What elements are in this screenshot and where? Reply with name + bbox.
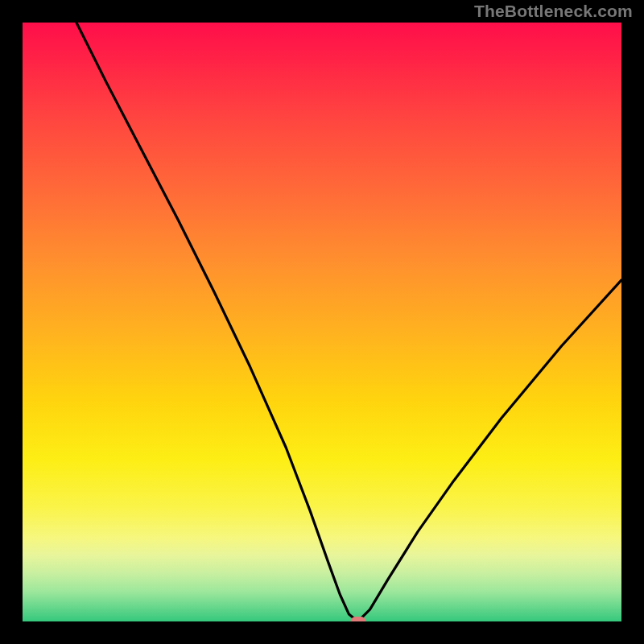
- bottleneck-curve: [23, 23, 621, 621]
- chart-frame: TheBottleneck.com: [0, 0, 644, 644]
- plot-area: [23, 23, 621, 621]
- optimal-point-marker: [350, 617, 365, 621]
- watermark-text: TheBottleneck.com: [474, 2, 633, 21]
